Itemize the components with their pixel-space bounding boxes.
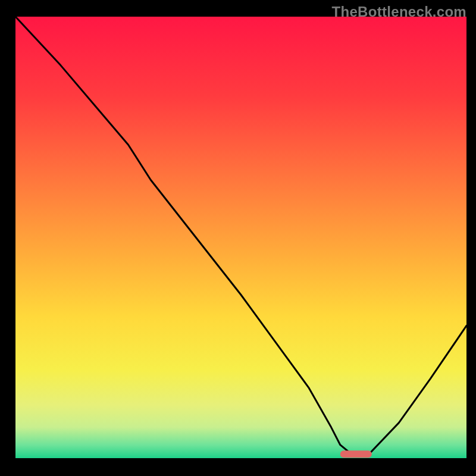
gradient-background xyxy=(15,17,466,458)
chart-frame: TheBottleneck.com xyxy=(0,0,476,476)
optimal-range-marker xyxy=(340,450,372,458)
bottleneck-chart xyxy=(0,0,476,476)
watermark-label: TheBottleneck.com xyxy=(332,4,466,20)
